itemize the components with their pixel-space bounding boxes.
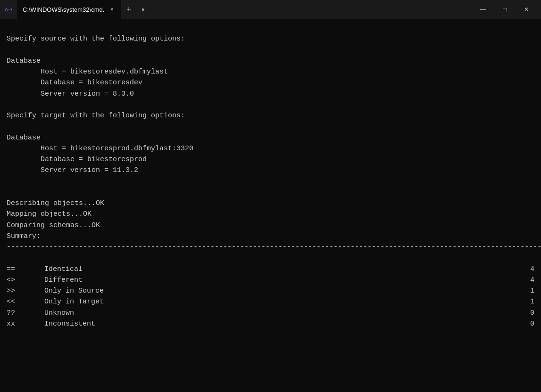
line-specify-source: Specify source with the following option… [7,35,185,43]
line-database-1: Database [7,57,41,65]
summary-count: 0 [506,308,534,318]
summary-count: 4 [506,275,534,286]
tab-close-button[interactable]: × [108,6,116,13]
svg-text:C:\: C:\ [5,8,13,13]
summary-symbol: << [7,296,44,307]
line-version-target: Server version = 11.3.2 [7,166,138,174]
terminal-output: Specify source with the following option… [0,19,541,392]
summary-symbol: >> [7,286,44,296]
summary-count: 4 [506,264,534,275]
window-controls: — □ ✕ [472,2,537,17]
summary-label: Different [44,275,506,286]
cmd-window: C:\ C:\WINDOWS\system32\cmd. × + ∨ — □ ✕… [0,0,541,392]
summary-symbol: ?? [7,308,44,318]
active-tab[interactable]: C:\WINDOWS\system32\cmd. × [17,0,121,19]
line-host-target: Host = bikestoresprod.dbfmylast:3320 [7,145,193,153]
tab-dropdown-button[interactable]: ∨ [136,3,150,16]
line-host-source: Host = bikestoresdev.dbfmylast [7,68,168,76]
summary-label: Only in Target [44,296,506,307]
line-describing: Describing objects...OK [7,199,104,207]
summary-label: Only in Source [44,286,506,296]
summary-row: <<Only in Target1 [7,296,534,307]
summary-label: Identical [44,264,506,275]
summary-count: 1 [506,296,534,307]
line-db-target: Database = bikestoresprod [7,155,147,163]
summary-count: 0 [506,318,534,329]
summary-row: ??Unknown0 [7,308,534,318]
separator-line: ----------------------------------------… [7,243,541,251]
new-tab-button[interactable]: + [121,2,136,17]
summary-table: ==Identical4<>Different4>>Only in Source… [7,264,534,330]
summary-count: 1 [506,286,534,296]
cmd-icon: C:\ [4,5,13,14]
summary-symbol: == [7,264,44,275]
line-database-2: Database [7,134,41,142]
tab-title: C:\WINDOWS\system32\cmd. [23,6,104,13]
line-db-source: Database = bikestoresdev [7,79,142,87]
summary-symbol: <> [7,275,44,286]
line-comparing: Comparing schemas...OK [7,221,100,229]
line-mapping: Mapping objects...OK [7,210,92,218]
line-specify-target: Specify target with the following option… [7,112,185,120]
summary-label: Inconsistent [44,318,506,329]
line-summary-header: Summary: [7,232,41,240]
summary-row: <>Different4 [7,275,534,286]
summary-row: xxInconsistent0 [7,318,534,329]
titlebar: C:\ C:\WINDOWS\system32\cmd. × + ∨ — □ ✕ [0,0,541,19]
maximize-button[interactable]: □ [494,2,516,17]
line-version-source: Server version = 8.3.0 [7,90,134,98]
summary-row: >>Only in Source1 [7,286,534,296]
minimize-button[interactable]: — [472,2,494,17]
close-button[interactable]: ✕ [516,2,537,17]
summary-symbol: xx [7,318,44,329]
summary-label: Unknown [44,308,506,318]
summary-row: ==Identical4 [7,264,534,275]
